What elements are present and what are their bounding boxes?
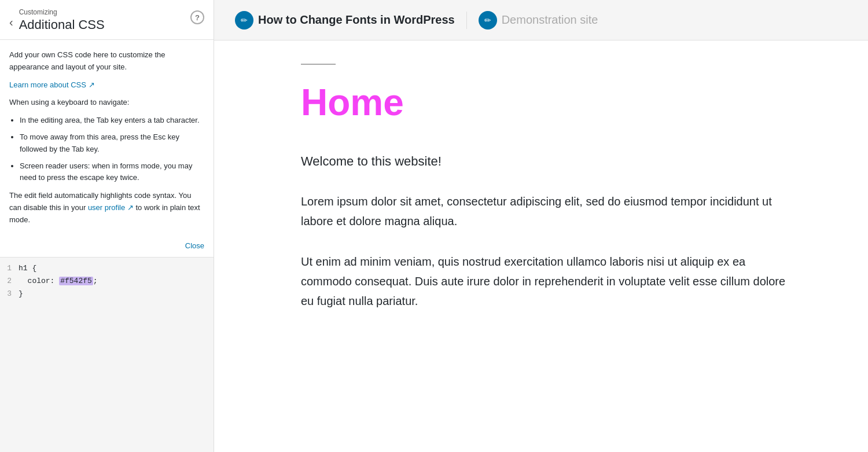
preview-toolbar: ✏ How to Change Fonts in WordPress ✏ Dem… [214, 0, 868, 41]
help-icon[interactable]: ? [190, 10, 204, 24]
code-line-1: h1 { [19, 262, 209, 275]
code-content: h1 { color: #f542f5; } [19, 262, 214, 300]
divider-line [301, 64, 336, 65]
right-panel: ✏ How to Change Fonts in WordPress ✏ Dem… [214, 0, 868, 452]
user-profile-icon: ↗ [127, 203, 134, 212]
code-lines: 1 2 3 h1 { color: #f542f5; } [0, 258, 214, 305]
panel-header: ‹ Customizing Additional CSS ? [0, 0, 214, 40]
bullet-3: Screen reader users: when in forms mode,… [20, 160, 204, 185]
welcome-text: Welcome to this website! [301, 152, 833, 171]
preview-content: Home Welcome to this website! Lorem ipsu… [214, 41, 868, 452]
keyboard-label: When using a keyboard to navigate: [9, 97, 204, 109]
code-line-3: } [19, 288, 209, 300]
preview-link-1[interactable]: ✏ How to Change Fonts in WordPress [226, 6, 464, 34]
line-number-3: 3 [5, 288, 12, 300]
bullet-1: In the editing area, the Tab key enters … [20, 115, 204, 127]
body-text-1: Lorem ipsum dolor sit amet, consectetur … [301, 192, 799, 231]
learn-more-paragraph: Learn more about CSS ↗ [9, 79, 204, 91]
keyboard-bullets: In the editing area, the Tab key enters … [20, 115, 204, 184]
edit-icon-1: ✏ [235, 11, 253, 30]
code-line-2: color: #f542f5; [19, 275, 209, 288]
line-number-2: 2 [5, 275, 12, 288]
customizing-label: Customizing [19, 8, 105, 16]
learn-more-icon: ↗ [89, 80, 95, 89]
preview-link-text-1: How to Change Fonts in WordPress [258, 13, 455, 27]
learn-more-link[interactable]: Learn more about CSS ↗ [9, 80, 95, 89]
toolbar-separator [466, 12, 467, 29]
panel-title: Additional CSS [19, 17, 105, 32]
panel-header-left: ‹ Customizing Additional CSS [9, 8, 105, 32]
left-panel: ‹ Customizing Additional CSS ? Add your … [0, 0, 214, 452]
code-editor[interactable]: 1 2 3 h1 { color: #f542f5; } [0, 257, 214, 452]
info-text-2: The edit field automatically highlights … [9, 190, 204, 226]
close-link[interactable]: Close [0, 239, 214, 257]
bullet-2: To move away from this area, press the E… [20, 131, 204, 156]
panel-info: Add your own CSS code here to customize … [0, 40, 214, 239]
info-text-1: Add your own CSS code here to customize … [9, 49, 204, 74]
line-number-1: 1 [5, 262, 12, 275]
preview-link-2[interactable]: ✏ Demonstration site [469, 6, 608, 34]
user-profile-link[interactable]: user profile ↗ [88, 203, 136, 212]
edit-icon-2: ✏ [479, 11, 497, 30]
back-button[interactable]: ‹ [9, 16, 13, 28]
body-text-2: Ut enim ad minim veniam, quis nostrud ex… [301, 252, 799, 311]
preview-link-text-2: Demonstration site [502, 13, 598, 27]
home-heading: Home [301, 82, 833, 123]
panel-title-block: Customizing Additional CSS [19, 8, 105, 32]
line-numbers: 1 2 3 [0, 262, 19, 300]
